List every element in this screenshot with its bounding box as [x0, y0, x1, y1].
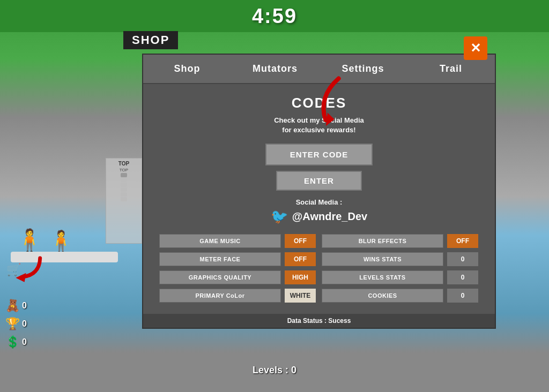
levels-display: Levels : 0 — [253, 365, 296, 376]
levels-stats-value: 0 — [447, 270, 479, 285]
wins-stats-label: WINS STATS — [322, 252, 443, 266]
blur-effects-value[interactable]: OFF — [447, 233, 479, 248]
primary-color-row: PRIMARY CoLor WHITE — [159, 288, 316, 303]
meter-face-label: METER FACE — [159, 252, 281, 266]
cart-icon: 🛒 — [6, 263, 21, 277]
blur-effects-row: BLUR EFFECTS OFF — [322, 233, 479, 248]
tab-shop[interactable]: Shop — [143, 55, 231, 83]
tab-mutators[interactable]: Mutators — [231, 55, 319, 83]
graphics-quality-value[interactable]: HIGH — [284, 270, 316, 285]
coin-count: 0 — [22, 337, 27, 347]
close-button[interactable]: ✕ — [464, 36, 487, 60]
gingerbread-icon: 🧸 — [5, 299, 20, 313]
cookies-label: COOKIES — [322, 289, 443, 303]
bottom-hud: Levels : 0 — [0, 365, 549, 376]
settings-left-col: GAME MUSIC OFF METER FACE OFF GRAPHICS Q… — [159, 233, 316, 303]
graphics-quality-label: GRAPHICS QUALITY — [159, 270, 281, 284]
coin-icon: 💲 — [5, 335, 20, 349]
settings-right-col: BLUR EFFECTS OFF WINS STATS 0 LEVELS STA… — [322, 233, 479, 303]
tab-settings[interactable]: Settings — [319, 55, 407, 83]
levels-stats-label: LEVELS STATS — [322, 270, 443, 284]
primary-color-label: PRIMARY CoLor — [159, 289, 281, 303]
levels-stats-row: LEVELS STATS 0 — [322, 270, 479, 285]
blur-effects-label: BLUR EFFECTS — [322, 234, 443, 248]
meter-face-row: METER FACE OFF — [159, 252, 316, 267]
enter-code-button[interactable]: ENTER CODE — [265, 144, 373, 165]
codes-title: CODES — [159, 95, 479, 111]
gingerbread-hud-item: 🧸 0 — [5, 299, 27, 313]
character-1: 🧍 — [16, 228, 43, 253]
twitter-row: 🐦 @Awndre_Dev — [159, 208, 479, 225]
cart-hud: 🛒 — [6, 263, 21, 277]
platform — [11, 252, 118, 262]
settings-grid: GAME MUSIC OFF METER FACE OFF GRAPHICS Q… — [159, 233, 479, 303]
data-status: Data Status : Sucess — [143, 314, 495, 328]
wins-stats-row: WINS STATS 0 — [322, 252, 479, 267]
game-music-label: GAME MUSIC — [159, 234, 281, 248]
twitter-icon: 🐦 — [271, 208, 288, 225]
primary-color-value[interactable]: WHITE — [284, 288, 316, 303]
nav-tabs: Shop Mutators Settings Trail — [143, 55, 495, 84]
cookies-value: 0 — [447, 288, 479, 303]
cookies-row: COOKIES 0 — [322, 288, 479, 303]
top-label: TOP — [118, 161, 129, 167]
codes-subtitle: Check out my Social Mediafor exclusive r… — [159, 116, 479, 135]
meter-face-value[interactable]: OFF — [284, 252, 316, 267]
left-hud: 🧸 0 🏆 0 💲 0 — [5, 299, 27, 349]
timer-display: 4:59 — [252, 5, 297, 28]
game-scene: TOP TOP 🧍 🧍 — [0, 75, 142, 289]
top-bar: 4:59 — [0, 0, 549, 32]
social-label: Social Media : — [159, 198, 479, 206]
trophy-icon: 🏆 — [5, 317, 20, 331]
shop-panel: Shop Mutators Settings Trail CODES Check… — [142, 54, 496, 329]
game-music-row: GAME MUSIC OFF — [159, 233, 316, 248]
twitter-handle: @Awndre_Dev — [292, 210, 367, 223]
leaderboard-entries: TOP — [120, 168, 128, 202]
character-2: 🧍 — [48, 229, 73, 253]
wins-stats-value: 0 — [447, 252, 479, 267]
gingerbread-count: 0 — [22, 301, 27, 311]
trophy-hud-item: 🏆 0 — [5, 317, 27, 331]
coin-hud-item: 💲 0 — [5, 335, 27, 349]
enter-button[interactable]: ENTER — [276, 171, 362, 191]
content-area: CODES Check out my Social Mediafor exclu… — [143, 84, 495, 314]
graphics-quality-row: GRAPHICS QUALITY HIGH — [159, 270, 316, 285]
shop-label: SHOP — [123, 31, 178, 49]
game-music-value[interactable]: OFF — [284, 233, 316, 248]
trophy-count: 0 — [22, 319, 27, 329]
leaderboard-panel: TOP TOP — [106, 158, 142, 244]
